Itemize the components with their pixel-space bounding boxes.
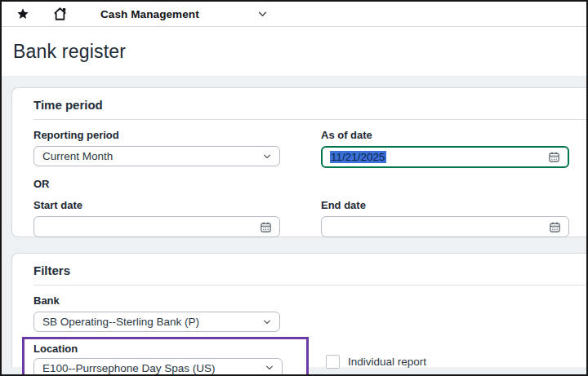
calendar-icon[interactable] bbox=[549, 221, 561, 233]
bank-select[interactable]: SB Operating--Sterling Bank (P) bbox=[33, 312, 280, 332]
start-date-input[interactable] bbox=[33, 216, 280, 237]
individual-report-checkbox[interactable] bbox=[326, 355, 340, 369]
end-date-label: End date bbox=[321, 199, 569, 211]
individual-report-label[interactable]: Individual report bbox=[348, 356, 426, 368]
reporting-period-select[interactable]: Current Month bbox=[33, 146, 280, 166]
page-header: Bank register bbox=[2, 27, 586, 76]
page-title: Bank register bbox=[13, 41, 126, 63]
location-label: Location bbox=[33, 343, 306, 355]
as-of-date-input[interactable]: 11/21/2025 bbox=[321, 146, 569, 168]
favorite-star-icon[interactable] bbox=[16, 7, 29, 20]
start-date-label: Start date bbox=[33, 199, 321, 211]
filters-heading: Filters bbox=[33, 263, 586, 285]
or-label: OR bbox=[33, 178, 586, 190]
home-icon[interactable] bbox=[52, 7, 68, 21]
time-period-section: Time period Reporting period Current Mon… bbox=[11, 87, 586, 237]
reporting-period-label: Reporting period bbox=[33, 129, 321, 141]
top-navigation-bar: Cash Management bbox=[2, 2, 586, 27]
location-annotation-highlight: Location E100--Purrsephone Day Spas (US) bbox=[22, 337, 309, 376]
time-period-heading: Time period bbox=[33, 98, 586, 120]
chevron-down-icon bbox=[263, 154, 271, 159]
chevron-down-icon bbox=[263, 320, 271, 325]
bank-value: SB Operating--Sterling Bank (P) bbox=[42, 316, 199, 328]
individual-report-group: Individual report bbox=[326, 355, 426, 369]
calendar-icon[interactable] bbox=[260, 221, 272, 233]
module-selector-label[interactable]: Cash Management bbox=[100, 8, 199, 20]
bank-label: Bank bbox=[33, 294, 321, 307]
calendar-icon[interactable] bbox=[548, 151, 560, 163]
app-window: Cash Management Bank register Time perio… bbox=[0, 0, 588, 376]
chevron-down-icon[interactable] bbox=[258, 11, 267, 17]
chevron-down-icon bbox=[265, 365, 274, 370]
as-of-date-value: 11/21/2025 bbox=[330, 151, 386, 163]
location-value: E100--Purrsephone Day Spas (US) bbox=[42, 362, 216, 374]
end-date-input[interactable] bbox=[321, 216, 569, 237]
filters-section: Filters Bank SB Operating--Sterling Bank… bbox=[11, 253, 586, 367]
reporting-period-value: Current Month bbox=[42, 150, 113, 162]
as-of-date-label: As of date bbox=[321, 129, 569, 141]
location-select[interactable]: E100--Purrsephone Day Spas (US) bbox=[33, 358, 283, 376]
